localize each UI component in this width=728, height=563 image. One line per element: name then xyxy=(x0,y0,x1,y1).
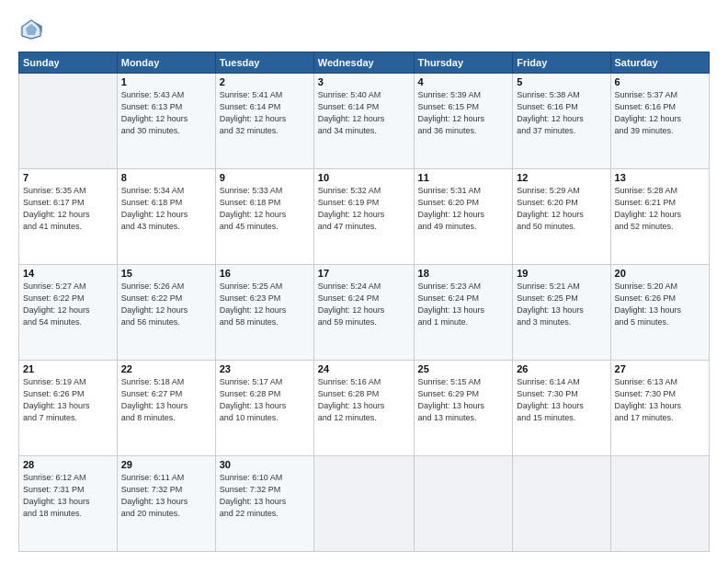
day-number: 27 xyxy=(615,363,705,374)
calendar-cell: 6Sunrise: 5:37 AM Sunset: 6:16 PM Daylig… xyxy=(610,74,709,169)
day-number: 21 xyxy=(23,363,113,374)
calendar-body: 1Sunrise: 5:43 AM Sunset: 6:13 PM Daylig… xyxy=(19,74,710,552)
logo-icon xyxy=(18,17,44,42)
calendar-week-row: 28Sunrise: 6:12 AM Sunset: 7:31 PM Dayli… xyxy=(19,456,710,552)
day-info: Sunrise: 5:38 AM Sunset: 6:16 PM Dayligh… xyxy=(517,89,606,137)
calendar-cell: 25Sunrise: 5:15 AM Sunset: 6:29 PM Dayli… xyxy=(414,361,513,456)
day-info: Sunrise: 5:43 AM Sunset: 6:13 PM Dayligh… xyxy=(121,89,211,137)
day-info: Sunrise: 5:39 AM Sunset: 6:15 PM Dayligh… xyxy=(418,89,509,137)
calendar-cell: 12Sunrise: 5:29 AM Sunset: 6:20 PM Dayli… xyxy=(513,169,610,265)
weekday-header-wednesday: Wednesday xyxy=(313,52,414,74)
calendar-cell: 19Sunrise: 5:21 AM Sunset: 6:25 PM Dayli… xyxy=(513,265,610,361)
day-info: Sunrise: 6:12 AM Sunset: 7:31 PM Dayligh… xyxy=(23,472,113,520)
day-number: 24 xyxy=(318,363,410,374)
day-info: Sunrise: 5:25 AM Sunset: 6:23 PM Dayligh… xyxy=(220,281,310,328)
page: SundayMondayTuesdayWednesdayThursdayFrid… xyxy=(0,0,728,563)
calendar-cell: 26Sunrise: 6:14 AM Sunset: 7:30 PM Dayli… xyxy=(513,361,610,456)
calendar-cell: 9Sunrise: 5:33 AM Sunset: 6:18 PM Daylig… xyxy=(215,169,313,265)
day-number: 10 xyxy=(318,172,410,183)
calendar-cell: 3Sunrise: 5:40 AM Sunset: 6:14 PM Daylig… xyxy=(313,74,414,169)
calendar-cell xyxy=(313,456,414,552)
day-number: 11 xyxy=(418,172,509,183)
calendar-cell: 29Sunrise: 6:11 AM Sunset: 7:32 PM Dayli… xyxy=(117,456,215,552)
calendar-cell: 8Sunrise: 5:34 AM Sunset: 6:18 PM Daylig… xyxy=(117,169,215,265)
day-info: Sunrise: 5:23 AM Sunset: 6:24 PM Dayligh… xyxy=(418,281,509,328)
calendar-week-row: 7Sunrise: 5:35 AM Sunset: 6:17 PM Daylig… xyxy=(19,169,710,265)
day-number: 16 xyxy=(220,268,310,279)
weekday-header-thursday: Thursday xyxy=(414,52,513,74)
calendar-cell: 15Sunrise: 5:26 AM Sunset: 6:22 PM Dayli… xyxy=(117,265,215,361)
day-number: 18 xyxy=(418,268,509,279)
day-number: 2 xyxy=(220,76,310,87)
day-info: Sunrise: 5:29 AM Sunset: 6:20 PM Dayligh… xyxy=(517,185,606,233)
calendar-cell: 30Sunrise: 6:10 AM Sunset: 7:32 PM Dayli… xyxy=(215,456,313,552)
day-info: Sunrise: 5:35 AM Sunset: 6:17 PM Dayligh… xyxy=(23,185,113,233)
day-info: Sunrise: 5:20 AM Sunset: 6:26 PM Dayligh… xyxy=(615,281,705,328)
day-number: 13 xyxy=(615,172,705,183)
weekday-header-saturday: Saturday xyxy=(610,52,709,74)
day-number: 12 xyxy=(517,172,606,183)
day-info: Sunrise: 5:37 AM Sunset: 6:16 PM Dayligh… xyxy=(615,89,705,137)
weekday-header-tuesday: Tuesday xyxy=(215,52,313,74)
calendar-cell: 22Sunrise: 5:18 AM Sunset: 6:27 PM Dayli… xyxy=(117,361,215,456)
day-info: Sunrise: 5:27 AM Sunset: 6:22 PM Dayligh… xyxy=(23,281,113,328)
day-number: 29 xyxy=(121,459,211,470)
day-number: 9 xyxy=(220,172,310,183)
calendar-cell: 27Sunrise: 6:13 AM Sunset: 7:30 PM Dayli… xyxy=(610,361,709,456)
calendar-cell xyxy=(19,74,118,169)
day-info: Sunrise: 5:26 AM Sunset: 6:22 PM Dayligh… xyxy=(121,281,211,328)
logo xyxy=(18,17,48,42)
weekday-header-friday: Friday xyxy=(513,52,610,74)
day-number: 15 xyxy=(121,268,211,279)
calendar-cell: 23Sunrise: 5:17 AM Sunset: 6:28 PM Dayli… xyxy=(215,361,313,456)
day-number: 17 xyxy=(318,268,410,279)
calendar-cell: 13Sunrise: 5:28 AM Sunset: 6:21 PM Dayli… xyxy=(610,169,709,265)
day-info: Sunrise: 5:19 AM Sunset: 6:26 PM Dayligh… xyxy=(23,376,113,424)
day-info: Sunrise: 6:14 AM Sunset: 7:30 PM Dayligh… xyxy=(517,376,606,424)
day-number: 28 xyxy=(23,459,113,470)
calendar-header: SundayMondayTuesdayWednesdayThursdayFrid… xyxy=(19,52,710,74)
calendar-cell: 1Sunrise: 5:43 AM Sunset: 6:13 PM Daylig… xyxy=(117,74,215,169)
day-info: Sunrise: 5:40 AM Sunset: 6:14 PM Dayligh… xyxy=(318,89,410,137)
day-number: 3 xyxy=(318,76,410,87)
day-number: 7 xyxy=(23,172,113,183)
header xyxy=(18,17,710,42)
day-number: 19 xyxy=(517,268,606,279)
calendar-table: SundayMondayTuesdayWednesdayThursdayFrid… xyxy=(18,52,710,552)
calendar-cell xyxy=(414,456,513,552)
day-info: Sunrise: 6:11 AM Sunset: 7:32 PM Dayligh… xyxy=(121,472,211,520)
day-number: 14 xyxy=(23,268,113,279)
day-info: Sunrise: 5:32 AM Sunset: 6:19 PM Dayligh… xyxy=(318,185,410,233)
day-info: Sunrise: 5:24 AM Sunset: 6:24 PM Dayligh… xyxy=(318,281,410,328)
calendar-cell xyxy=(610,456,709,552)
day-number: 30 xyxy=(220,459,310,470)
day-info: Sunrise: 5:41 AM Sunset: 6:14 PM Dayligh… xyxy=(220,89,310,137)
calendar-cell xyxy=(513,456,610,552)
calendar-cell: 10Sunrise: 5:32 AM Sunset: 6:19 PM Dayli… xyxy=(313,169,414,265)
day-info: Sunrise: 5:18 AM Sunset: 6:27 PM Dayligh… xyxy=(121,376,211,424)
day-info: Sunrise: 6:13 AM Sunset: 7:30 PM Dayligh… xyxy=(615,376,705,424)
calendar-cell: 17Sunrise: 5:24 AM Sunset: 6:24 PM Dayli… xyxy=(313,265,414,361)
day-info: Sunrise: 5:31 AM Sunset: 6:20 PM Dayligh… xyxy=(418,185,509,233)
calendar-week-row: 21Sunrise: 5:19 AM Sunset: 6:26 PM Dayli… xyxy=(19,361,710,456)
day-number: 8 xyxy=(121,172,211,183)
day-info: Sunrise: 5:21 AM Sunset: 6:25 PM Dayligh… xyxy=(517,281,606,328)
day-info: Sunrise: 5:17 AM Sunset: 6:28 PM Dayligh… xyxy=(220,376,310,424)
weekday-row: SundayMondayTuesdayWednesdayThursdayFrid… xyxy=(19,52,710,74)
day-number: 4 xyxy=(418,76,509,87)
day-number: 20 xyxy=(615,268,705,279)
calendar-cell: 2Sunrise: 5:41 AM Sunset: 6:14 PM Daylig… xyxy=(215,74,313,169)
day-number: 1 xyxy=(121,76,211,87)
calendar-cell: 16Sunrise: 5:25 AM Sunset: 6:23 PM Dayli… xyxy=(215,265,313,361)
calendar-cell: 4Sunrise: 5:39 AM Sunset: 6:15 PM Daylig… xyxy=(414,74,513,169)
calendar-cell: 11Sunrise: 5:31 AM Sunset: 6:20 PM Dayli… xyxy=(414,169,513,265)
calendar-week-row: 14Sunrise: 5:27 AM Sunset: 6:22 PM Dayli… xyxy=(19,265,710,361)
day-number: 22 xyxy=(121,363,211,374)
calendar-cell: 7Sunrise: 5:35 AM Sunset: 6:17 PM Daylig… xyxy=(19,169,118,265)
weekday-header-sunday: Sunday xyxy=(19,52,118,74)
calendar-week-row: 1Sunrise: 5:43 AM Sunset: 6:13 PM Daylig… xyxy=(19,74,710,169)
day-info: Sunrise: 5:15 AM Sunset: 6:29 PM Dayligh… xyxy=(418,376,509,424)
calendar-cell: 5Sunrise: 5:38 AM Sunset: 6:16 PM Daylig… xyxy=(513,74,610,169)
day-info: Sunrise: 5:34 AM Sunset: 6:18 PM Dayligh… xyxy=(121,185,211,233)
day-number: 5 xyxy=(517,76,606,87)
